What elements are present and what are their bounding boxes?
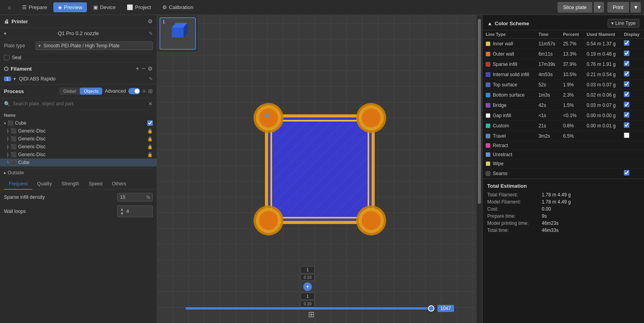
wall-loops-input[interactable] [126,209,150,214]
process-list-icon[interactable]: ≡ [143,88,146,94]
total-time-row: Total time: 46m33s [487,228,639,233]
search-input[interactable] [13,101,146,106]
filament-edit-icon[interactable]: ✎ [149,76,153,82]
tab-quality[interactable]: Quality [32,179,56,190]
scroll-thumb [478,19,481,204]
wall-loops-input-wrapper: ▲▼ [117,205,153,217]
col-display: Display [621,30,644,39]
preview-button[interactable]: ◈ Preview [53,2,87,12]
cs-checkbox-1[interactable] [624,50,629,56]
slice-plate-button[interactable]: Slice plate [558,2,592,13]
prepare-button[interactable]: ☰ Prepare [17,2,52,12]
layer-number: 1047 [437,305,454,312]
cs-checkbox-13[interactable] [624,170,629,176]
plate-dropdown-arrow: ▾ [38,43,41,49]
filament-settings-icon[interactable]: ⚙ [148,65,153,72]
cs-cell-time-13 [535,168,560,179]
tab-speed[interactable]: Speed [84,179,107,190]
scheme-select[interactable]: ▾ Line Type [608,19,639,28]
scheme-dropdown-arrow: ▾ [611,21,614,26]
cs-cell-name-7: Gap infill [483,110,535,121]
cs-checkbox-3[interactable] [624,71,629,77]
cs-checkbox-7[interactable] [624,112,629,118]
tab-others[interactable]: Others [107,179,131,190]
cs-cell-display-6 [621,100,644,110]
cs-checkbox-6[interactable] [624,102,629,107]
filament-remove-button[interactable]: − [142,65,145,72]
search-clear-icon[interactable]: ✕ [148,101,153,107]
cs-checkbox-9[interactable] [624,133,629,138]
cs-checkbox-5[interactable] [624,91,629,97]
tab-frequent[interactable]: Frequent [4,179,32,190]
disc4-tree-item[interactable]: ├ ⬛ Generic-Disc 🔒 [0,151,157,159]
filament-add-button[interactable]: + [135,65,139,72]
vertical-scrollbar[interactable] [477,15,482,323]
color-scheme-collapse-icon[interactable]: ▲ [487,21,492,26]
project-button[interactable]: ⬜ Project [122,2,156,12]
cube-tree-item[interactable]: ▾ ⬛ Cube [0,119,157,127]
plate-select[interactable]: ▾ Smooth PEI Plate / High Temp Plate [36,41,153,50]
printer-settings-icon[interactable]: ⚙ [148,18,153,24]
disc1-arrow-icon: ├ [6,129,9,133]
cs-cell-display-3 [621,69,644,80]
sparse-infill-input[interactable] [120,194,144,200]
printer-edit-icon[interactable]: ✎ [149,31,153,36]
layers-icon[interactable]: ⊞ [308,310,315,319]
cs-cell-display-11 [621,150,644,159]
cube-object-icon: ⬛ [8,120,13,126]
process-icons: ≡ ⊞ [143,88,153,94]
print-button[interactable]: Print [607,2,629,13]
sparse-infill-input-wrapper: % [117,193,153,202]
device-button[interactable]: ▣ Device [88,2,120,12]
seal-checkbox[interactable] [4,55,9,60]
disc2-icon: ⬛ [11,136,17,142]
disc1-tree-item[interactable]: ├ ⬛ Generic-Disc 🔒 [0,127,157,135]
cs-cell-filament-12 [584,159,621,168]
project-icon: ⬜ [127,4,133,10]
cs-cell-time-4: 52s [535,80,560,90]
top-nav: ⌂ ☰ Prepare ◈ Preview ▣ Device ⬜ Project… [0,0,644,15]
color-scheme-panel: ▲ Color Scheme ▾ Line Type Line Type Tim… [482,15,644,323]
global-toggle-button[interactable]: Global [59,88,80,95]
disc2-tree-item[interactable]: ├ ⬛ Generic-Disc 🔒 [0,135,157,143]
objects-toggle-button[interactable]: Objects [80,88,102,95]
layer-zoom-plus[interactable]: + [303,282,312,291]
cs-checkbox-2[interactable] [624,61,629,66]
calibration-button[interactable]: ⚙ Calibration [158,2,198,12]
print-arrow[interactable]: ▼ [631,2,641,13]
cost-label: Cost: [487,206,539,212]
estimation-title: Total Estimation [487,183,639,189]
color-scheme-title: ▲ Color Scheme [487,21,529,26]
cs-cell-filament-13 [584,168,621,179]
cs-checkbox-8[interactable] [624,122,629,128]
cs-cell-percent-6: 1.5% [560,100,584,110]
cs-cell-percent-1: 13.3% [560,49,584,59]
cube-child-tree-item[interactable]: └ ⬛ Cube [0,159,157,166]
cs-cell-display-5 [621,90,644,100]
cs-cell-name-13: Seams [483,168,535,179]
col-time: Time [535,30,560,39]
tab-strength[interactable]: Strength [56,179,84,190]
cost-value: 0.00 [542,206,551,212]
cs-cell-display-9 [621,131,644,141]
disc3-tree-item[interactable]: ├ ⬛ Generic-Disc 🔒 [0,143,157,151]
wall-loops-stepper-down[interactable]: ▲▼ [120,207,124,216]
cs-cell-time-1: 6m11s [535,49,560,59]
cube-checkbox[interactable] [147,120,153,126]
cs-cell-filament-4: 0.03 m 0.07 g [584,80,621,90]
cs-cell-percent-3: 10.5% [560,69,584,80]
slice-plate-arrow[interactable]: ▼ [594,2,604,13]
process-grid-icon[interactable]: ⊞ [148,88,153,94]
print-label: Print [613,4,623,10]
cs-checkbox-4[interactable] [624,81,629,87]
cube-arrow-icon: ▾ [4,121,6,125]
thumbnail-item[interactable]: 1 [160,17,196,50]
process-controls: Global Objects Advanced ≡ ⊞ [59,88,153,95]
home-button[interactable]: ⌂ [3,2,16,12]
cs-checkbox-0[interactable] [624,40,629,46]
prepare-icon: ☰ [22,4,27,10]
disc1-lock-icon: 🔒 [147,129,153,134]
cs-cell-filament-7: 0.00 m 0.00 g [584,110,621,121]
advanced-toggle[interactable] [128,88,140,94]
project-label: Project [135,4,151,10]
